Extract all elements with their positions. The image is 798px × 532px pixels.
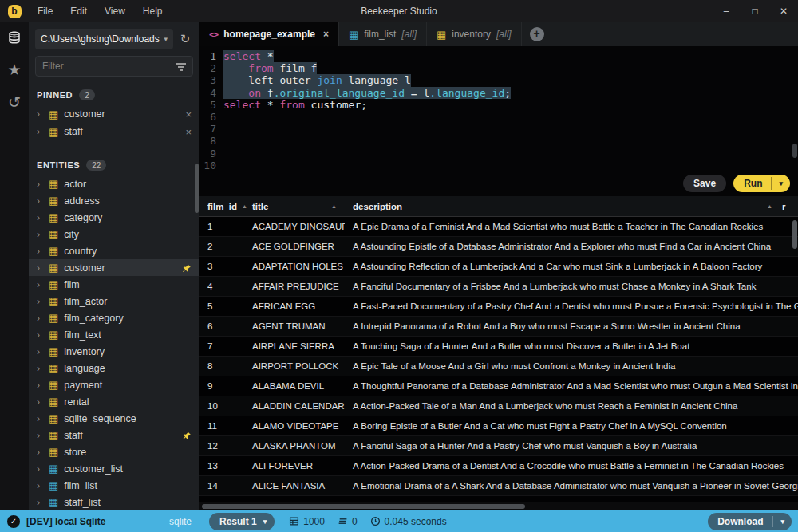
table-row[interactable]: 6AGENT TRUMANA Intrepid Panorama of a Ro… <box>200 317 798 337</box>
chevron-right-icon[interactable]: › <box>37 246 43 257</box>
entity-item-sqlite_sequence[interactable]: ›▦sqlite_sequence <box>29 410 200 427</box>
code-line-5[interactable]: 5select * from customer; <box>200 99 798 111</box>
entity-item-film_text[interactable]: ›▦film_text <box>29 326 200 343</box>
entity-item-film_category[interactable]: ›▦film_category <box>29 309 200 326</box>
entity-item-inventory[interactable]: ›▦inventory <box>29 343 200 360</box>
table-row[interactable]: 8AIRPORT POLLOCKA Epic Tale of a Moose A… <box>200 357 798 376</box>
entity-item-city[interactable]: ›▦city <box>29 226 200 242</box>
close-window-icon[interactable]: ✕ <box>769 0 798 22</box>
chevron-right-icon[interactable]: › <box>37 463 43 475</box>
entity-item-country[interactable]: ›▦country <box>29 242 200 259</box>
run-button-label[interactable]: Run <box>733 175 771 192</box>
entity-item-actor[interactable]: ›▦actor <box>29 175 200 192</box>
column-header-description[interactable]: description▲ <box>345 196 780 216</box>
chevron-right-icon[interactable]: › <box>37 313 43 324</box>
results-vertical-scrollbar[interactable] <box>792 220 797 249</box>
download-button-label[interactable]: Download <box>708 513 772 530</box>
entity-item-film[interactable]: ›▦film <box>29 276 200 293</box>
chevron-right-icon[interactable]: › <box>37 447 43 458</box>
chevron-right-icon[interactable]: › <box>37 497 43 508</box>
chevron-right-icon[interactable]: › <box>37 346 43 357</box>
chevron-right-icon[interactable]: › <box>37 363 43 374</box>
chevron-right-icon[interactable]: › <box>37 413 43 424</box>
entity-item-category[interactable]: ›▦category <box>29 209 200 226</box>
chevron-right-icon[interactable]: › <box>37 430 43 441</box>
menu-edit[interactable]: Edit <box>61 0 96 22</box>
code-text[interactable]: from film f <box>223 62 317 74</box>
menu-view[interactable]: View <box>96 0 134 22</box>
minimize-icon[interactable]: – <box>712 0 741 22</box>
code-text[interactable]: select * <box>223 50 274 62</box>
code-line-6[interactable]: 6 <box>200 111 798 123</box>
sort-icon[interactable]: ▲ <box>326 203 337 209</box>
table-row[interactable]: 9ALABAMA DEVILA Thoughtful Panorama of a… <box>200 376 798 396</box>
result-selector-button[interactable]: Result 1 ▾ <box>209 513 275 530</box>
chevron-right-icon[interactable]: › <box>37 296 43 307</box>
table-row[interactable]: 11ALAMO VIDEOTAPEA Boring Epistle of a B… <box>200 416 798 436</box>
filter-input[interactable] <box>35 56 193 77</box>
run-options-caret-icon[interactable]: ▾ <box>772 175 790 192</box>
code-line-7[interactable]: 7 <box>200 123 798 135</box>
new-tab-button[interactable]: + <box>530 27 544 41</box>
entity-item-store[interactable]: ›▦store <box>29 443 200 460</box>
table-row[interactable]: 5AFRICAN EGGA Fast-Paced Documentary of … <box>200 297 798 317</box>
table-row[interactable]: 1ACADEMY DINOSAURA Epic Drama of a Femin… <box>200 217 798 237</box>
download-options-caret-icon[interactable]: ▾ <box>773 513 792 530</box>
entity-item-rental[interactable]: ›▦rental <box>29 393 200 410</box>
code-text[interactable]: on f.original_language_id = l.language_i… <box>223 87 511 99</box>
entity-item-payment[interactable]: ›▦payment <box>29 376 200 393</box>
table-row[interactable]: 12ALASKA PHANTOMA Fanciful Saga of a Hun… <box>200 436 798 456</box>
close-tab-icon[interactable]: × <box>323 29 329 40</box>
database-connection-icon[interactable] <box>7 30 22 45</box>
unpin-close-icon[interactable]: × <box>185 126 192 138</box>
table-row[interactable]: 3ADAPTATION HOLESA Astounding Reflection… <box>200 257 798 277</box>
code-line-9[interactable]: 9 <box>200 148 798 160</box>
chevron-right-icon[interactable]: › <box>37 262 43 274</box>
run-button[interactable]: Run ▾ <box>733 175 790 192</box>
tab-inventory[interactable]: ▦inventory[all] <box>427 22 522 46</box>
code-line-1[interactable]: 1select * <box>200 50 798 62</box>
connection-name[interactable]: [DEV] local Sqlite <box>26 516 105 527</box>
code-line-8[interactable]: 8 <box>200 135 798 147</box>
chevron-right-icon[interactable]: › <box>37 279 43 290</box>
chevron-right-icon[interactable]: › <box>37 329 43 341</box>
editor-scrollbar[interactable] <box>792 144 797 158</box>
chevron-right-icon[interactable]: › <box>37 396 43 408</box>
chevron-right-icon[interactable]: › <box>37 480 43 491</box>
save-button[interactable]: Save <box>683 175 726 192</box>
table-row[interactable]: 4AFFAIR PREJUDICEA Fanciful Documentary … <box>200 277 798 297</box>
column-header-r[interactable]: r <box>780 196 798 216</box>
column-header-film_id[interactable]: film_id▲ <box>200 196 244 216</box>
hscroll-thumb[interactable] <box>202 504 525 509</box>
maximize-icon[interactable]: □ <box>741 0 769 22</box>
entity-item-staff[interactable]: ›▦staff <box>29 427 200 443</box>
entity-item-language[interactable]: ›▦language <box>29 360 200 376</box>
menu-help[interactable]: Help <box>134 0 172 22</box>
menu-file[interactable]: File <box>29 0 61 22</box>
table-row[interactable]: 10ALADDIN CALENDARA Action-Packed Tale o… <box>200 396 798 416</box>
column-header-title[interactable]: title▲ <box>244 196 345 216</box>
tab-homepage_example[interactable]: <>homepage_example× <box>200 22 339 46</box>
entity-item-film_list[interactable]: ›▦film_list <box>29 477 200 494</box>
chevron-right-icon[interactable]: › <box>37 126 43 137</box>
sidebar-scrollbar[interactable] <box>195 164 199 213</box>
code-line-10[interactable]: 10 <box>200 160 798 171</box>
chevron-right-icon[interactable]: › <box>37 108 43 120</box>
table-row[interactable]: 15ALIEN CENTERA Brilliant Drama of a Cat… <box>200 496 798 502</box>
pin-icon[interactable] <box>182 263 192 273</box>
code-line-3[interactable]: 3 left outer join language l <box>200 74 798 86</box>
chevron-right-icon[interactable]: › <box>37 195 43 207</box>
pin-icon[interactable] <box>182 431 192 440</box>
sql-editor[interactable]: 1select *2 from film f3 left outer join … <box>200 46 798 174</box>
unpin-close-icon[interactable]: × <box>185 108 192 120</box>
history-icon[interactable]: ↺ <box>8 95 21 110</box>
entity-item-address[interactable]: ›▦address <box>29 192 200 209</box>
code-line-4[interactable]: 4 on f.original_language_id = l.language… <box>200 87 798 99</box>
table-row[interactable]: 14ALICE FANTASIAA Emotional Drama of a A… <box>200 476 798 496</box>
connection-dropdown[interactable]: C:\Users\ghstng\Downloads ▾ <box>35 29 173 49</box>
download-button[interactable]: Download ▾ <box>708 513 792 530</box>
code-text[interactable]: left outer join language l <box>223 74 411 86</box>
chevron-right-icon[interactable]: › <box>37 229 43 240</box>
chevron-right-icon[interactable]: › <box>37 212 43 223</box>
table-row[interactable]: 2ACE GOLDFINGERA Astounding Epistle of a… <box>200 237 798 257</box>
